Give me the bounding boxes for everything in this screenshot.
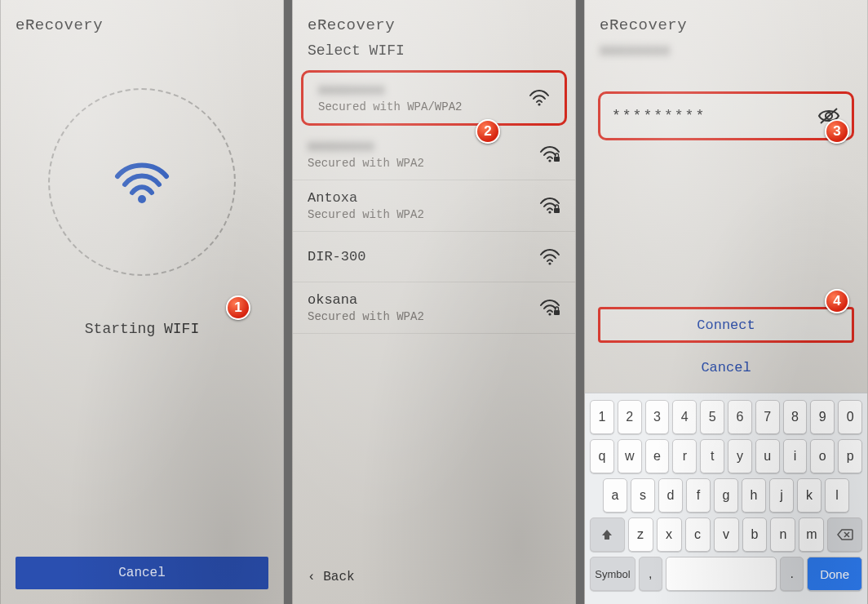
key[interactable]: s xyxy=(631,478,655,513)
step-badge-2: 2 xyxy=(476,119,500,144)
screen-enter-password: eRecovery xxxxxxxx ********* 3 Connect 4… xyxy=(584,0,868,604)
svg-point-7 xyxy=(548,313,551,315)
key[interactable]: j xyxy=(769,478,794,513)
key[interactable]: n xyxy=(770,517,795,552)
key[interactable]: a xyxy=(603,478,627,513)
wifi-item[interactable]: DIR-300 xyxy=(293,232,575,282)
key[interactable]: c xyxy=(685,517,711,552)
key[interactable]: 5 xyxy=(700,400,724,434)
key[interactable]: q xyxy=(590,439,614,473)
wifi-item-name: DIR-300 xyxy=(308,249,539,264)
key[interactable]: w xyxy=(618,439,642,473)
wifi-item[interactable]: xxxxxxxx Secured with WPA2 xyxy=(293,129,575,180)
key[interactable]: z xyxy=(628,517,653,552)
cancel-button[interactable]: Cancel xyxy=(598,349,854,385)
app-title: eRecovery xyxy=(1,0,283,39)
wifi-item-security: Secured with WPA/WPA2 xyxy=(318,100,529,113)
key[interactable]: p xyxy=(838,439,862,473)
page-subtitle: Select WIFI xyxy=(293,39,575,67)
key[interactable]: h xyxy=(742,478,766,513)
step-badge-4: 4 xyxy=(825,289,849,313)
wifi-item[interactable]: xxxxxxxx Secured with WPA/WPA2 xyxy=(301,70,567,126)
app-title: eRecovery xyxy=(293,0,575,39)
key[interactable]: 6 xyxy=(728,400,752,434)
svg-point-6 xyxy=(548,262,551,264)
key[interactable]: u xyxy=(755,439,780,473)
wifi-item-name: xxxxxxxx xyxy=(318,82,529,98)
key[interactable]: g xyxy=(714,478,738,513)
screen-starting-wifi: eRecovery Starting WIFI 1 Cancel xyxy=(0,0,284,604)
step-badge-1: 1 xyxy=(226,295,250,320)
key[interactable]: m xyxy=(799,517,824,552)
svg-point-4 xyxy=(548,211,551,213)
key-comma[interactable]: , xyxy=(639,557,662,591)
key-symbol[interactable]: Symbol xyxy=(590,557,636,591)
app-title: eRecovery xyxy=(585,0,867,39)
key[interactable]: l xyxy=(825,478,849,513)
key[interactable]: 3 xyxy=(645,400,670,434)
wifi-item-security: Secured with WPA2 xyxy=(308,310,539,323)
wifi-item-name: oksana xyxy=(308,292,539,308)
key[interactable]: 1 xyxy=(590,400,614,434)
wifi-signal-icon xyxy=(539,299,560,317)
wifi-item-name: Antoxa xyxy=(308,190,539,206)
wifi-list: xxxxxxxx Secured with WPA/WPA2 xxxxxxxx … xyxy=(293,67,575,604)
wifi-item-name: xxxxxxxx xyxy=(308,139,539,154)
key[interactable]: 8 xyxy=(783,400,808,434)
key[interactable]: v xyxy=(714,517,739,552)
wifi-icon xyxy=(113,160,170,205)
wifi-signal-icon xyxy=(539,248,560,266)
svg-point-2 xyxy=(548,159,551,162)
progress-ring xyxy=(48,88,236,276)
key-backspace[interactable] xyxy=(827,517,862,552)
svg-point-1 xyxy=(538,103,540,105)
status-text: Starting WIFI xyxy=(85,321,199,337)
svg-rect-8 xyxy=(554,310,560,315)
key-shift[interactable] xyxy=(590,517,625,552)
key[interactable]: o xyxy=(810,439,835,473)
key-done[interactable]: Done xyxy=(807,557,862,591)
step-badge-3: 3 xyxy=(825,119,849,144)
svg-point-0 xyxy=(138,195,146,203)
back-button[interactable]: ‹ Back xyxy=(293,557,370,597)
key[interactable]: y xyxy=(728,439,752,473)
connect-button[interactable]: Connect xyxy=(598,307,854,343)
key[interactable]: 0 xyxy=(838,400,862,434)
key[interactable]: f xyxy=(686,478,711,513)
key[interactable]: t xyxy=(700,439,724,473)
wifi-item[interactable]: oksana Secured with WPA2 xyxy=(293,282,575,334)
key[interactable]: 2 xyxy=(618,400,642,434)
key[interactable]: e xyxy=(645,439,670,473)
cancel-button[interactable]: Cancel xyxy=(16,557,268,589)
key-space[interactable] xyxy=(666,557,777,591)
on-screen-keyboard: 1234567890qwertyuiopasdfghjklzxcvbnmSymb… xyxy=(585,393,867,604)
key[interactable]: 9 xyxy=(810,400,835,434)
network-name: xxxxxxxx xyxy=(585,39,867,67)
key[interactable]: 7 xyxy=(755,400,780,434)
key[interactable]: k xyxy=(797,478,822,513)
key[interactable]: r xyxy=(672,439,697,473)
wifi-item-security: Secured with WPA2 xyxy=(308,208,539,221)
key-period[interactable]: . xyxy=(780,557,804,591)
key[interactable]: 4 xyxy=(672,400,697,434)
key[interactable]: d xyxy=(658,478,683,513)
svg-rect-5 xyxy=(554,208,560,213)
wifi-item-security: Secured with WPA2 xyxy=(308,157,539,170)
svg-rect-3 xyxy=(554,157,560,162)
key[interactable]: b xyxy=(742,517,768,552)
wifi-startup-area: Starting WIFI xyxy=(1,39,283,604)
wifi-signal-icon xyxy=(529,89,550,107)
wifi-signal-icon xyxy=(539,197,560,215)
password-value: ********* xyxy=(612,108,817,124)
key[interactable]: i xyxy=(783,439,808,473)
password-field[interactable]: ********* xyxy=(598,91,854,140)
key[interactable]: x xyxy=(657,517,682,552)
wifi-signal-icon xyxy=(539,145,560,163)
wifi-item[interactable]: Antoxa Secured with WPA2 xyxy=(293,180,575,232)
screen-select-wifi: eRecovery Select WIFI xxxxxxxx Secured w… xyxy=(292,0,576,604)
